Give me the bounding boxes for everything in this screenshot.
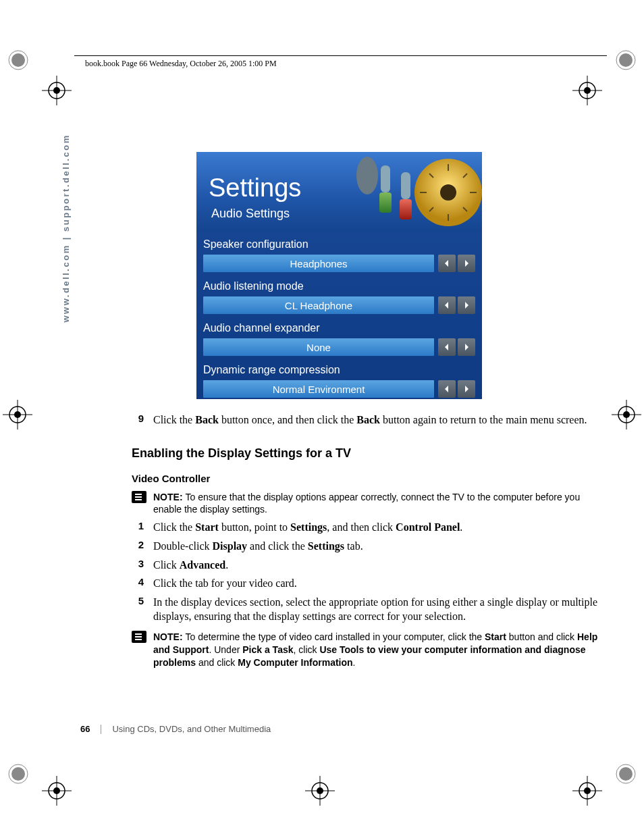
svg-point-27 xyxy=(53,787,60,794)
settings-panel-header: Settings Audio Settings xyxy=(196,152,482,232)
step-number: 4 xyxy=(132,576,144,591)
section-heading: Enabling the Display Settings for a TV xyxy=(132,446,604,461)
svg-rect-48 xyxy=(400,199,412,219)
step-text: Click the tab for your video card. xyxy=(153,576,297,591)
note-block: NOTE: To determine the type of video car… xyxy=(132,631,604,669)
step-number: 3 xyxy=(132,558,144,573)
setting-value[interactable]: CL Headphone xyxy=(203,296,434,314)
note-icon xyxy=(132,491,146,503)
note-block: NOTE: To ensure that the display options… xyxy=(132,491,604,517)
step-text: Click Advanced. xyxy=(153,558,228,573)
step-row: 4Click the tab for your video card. xyxy=(132,576,604,591)
svg-point-5 xyxy=(11,767,25,781)
step-row: 3Click Advanced. xyxy=(132,558,604,573)
step-row: 1Click the Start button, point to Settin… xyxy=(132,520,604,535)
header-rule xyxy=(74,55,607,56)
arrow-left-icon[interactable] xyxy=(438,296,456,314)
svg-point-15 xyxy=(623,411,630,418)
arrow-left-icon[interactable] xyxy=(438,338,456,356)
footer-divider xyxy=(101,725,101,734)
settings-decor-icon xyxy=(354,152,482,232)
setting-label: Dynamic range compression xyxy=(203,360,475,380)
svg-point-31 xyxy=(584,787,591,794)
registration-mark-icon xyxy=(41,74,73,107)
svg-point-23 xyxy=(584,87,591,94)
step-text: Double-click Display and click the Setti… xyxy=(153,539,363,554)
note-text: NOTE: To ensure that the display options… xyxy=(153,491,604,517)
svg-rect-47 xyxy=(381,165,390,192)
settings-panel: Settings Audio Settings Speaker configur… xyxy=(196,152,482,399)
step-9: 9 Click the Back button once, and then c… xyxy=(132,413,604,427)
step-number: 2 xyxy=(132,539,144,554)
registration-mark-icon xyxy=(571,775,603,807)
registration-mark-icon xyxy=(41,775,73,807)
arrow-right-icon[interactable] xyxy=(458,255,475,272)
setting-group: Speaker configuration Headphones xyxy=(196,232,482,273)
setting-value[interactable]: None xyxy=(203,338,434,356)
running-head: book.book Page 66 Wednesday, October 26,… xyxy=(85,59,277,69)
setting-group: Audio listening mode CL Headphone xyxy=(196,273,482,315)
setting-value[interactable]: Normal Environment xyxy=(203,380,434,398)
note-text: NOTE: To determine the type of video car… xyxy=(153,631,604,669)
arrow-right-icon[interactable] xyxy=(458,338,475,356)
svg-rect-49 xyxy=(401,172,410,199)
svg-point-50 xyxy=(356,157,378,194)
step-text: Click the Back button once, and then cli… xyxy=(153,413,587,427)
arrow-right-icon[interactable] xyxy=(458,380,475,398)
crop-mark-icon xyxy=(614,49,637,72)
svg-point-3 xyxy=(619,53,633,67)
note-icon xyxy=(132,631,146,643)
setting-label: Audio channel expander xyxy=(203,318,475,338)
crop-mark-icon xyxy=(7,762,30,785)
step-number: 5 xyxy=(132,595,144,624)
chapter-name: Using CDs, DVDs, and Other Multimedia xyxy=(112,724,271,734)
registration-mark-icon xyxy=(571,74,603,107)
step-text: Click the Start button, point to Setting… xyxy=(153,520,462,535)
svg-point-7 xyxy=(619,767,633,781)
step-row: 5In the display devices section, select … xyxy=(132,595,604,624)
setting-label: Speaker configuration xyxy=(203,234,475,255)
page-number: 66 xyxy=(80,724,90,734)
registration-mark-icon xyxy=(304,775,336,807)
setting-group: Dynamic range compression Normal Environ… xyxy=(196,357,482,399)
svg-point-1 xyxy=(11,53,25,67)
svg-rect-46 xyxy=(379,192,392,213)
step-text: In the display devices section, select t… xyxy=(153,595,604,624)
svg-point-11 xyxy=(14,411,21,418)
crop-mark-icon xyxy=(614,762,637,785)
arrow-left-icon[interactable] xyxy=(438,380,456,398)
registration-mark-icon xyxy=(610,398,643,431)
registration-mark-icon xyxy=(1,398,34,431)
crop-mark-icon xyxy=(7,49,30,72)
arrow-left-icon[interactable] xyxy=(438,255,456,272)
step-row: 2Double-click Display and click the Sett… xyxy=(132,539,604,554)
sub-heading: Video Controller xyxy=(132,473,604,484)
arrow-right-icon[interactable] xyxy=(458,296,475,314)
step-number: 1 xyxy=(132,520,144,535)
setting-group: Audio channel expander None xyxy=(196,315,482,357)
step-number: 9 xyxy=(132,413,144,427)
svg-point-35 xyxy=(317,787,323,794)
page-footer: 66 Using CDs, DVDs, and Other Multimedia xyxy=(80,724,271,734)
setting-label: Audio listening mode xyxy=(203,276,475,296)
svg-point-19 xyxy=(53,87,60,94)
svg-point-37 xyxy=(440,184,456,201)
margin-url: www.dell.com | support.dell.com xyxy=(61,134,71,322)
setting-value[interactable]: Headphones xyxy=(203,255,434,272)
